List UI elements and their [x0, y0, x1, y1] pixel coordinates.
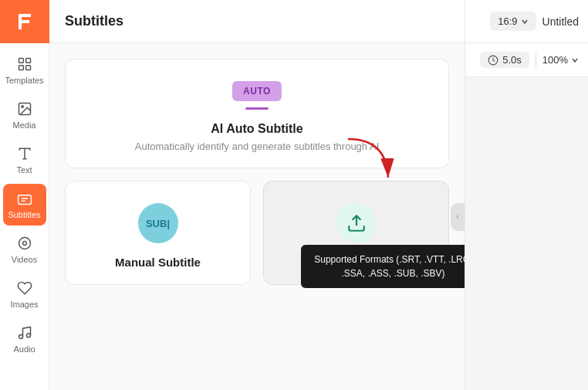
manual-card-title: Manual Subtitle — [81, 256, 235, 269]
chevron-left-icon: ‹ — [456, 212, 458, 221]
svg-point-7 — [19, 238, 30, 249]
aspect-ratio-value: 16:9 — [498, 15, 517, 27]
sidebar-item-audio[interactable]: Audio — [3, 318, 46, 360]
duration-badge: 5.0s — [480, 52, 529, 68]
chevron-down-icon — [521, 18, 529, 25]
ai-card-desc: Automatically identify and generate subt… — [81, 141, 433, 152]
page-title: Subtitles — [65, 13, 123, 29]
video-icon — [16, 235, 33, 252]
image-icon — [16, 100, 33, 117]
svg-rect-6 — [18, 195, 31, 205]
svg-point-10 — [26, 334, 30, 337]
sidebar-item-templates[interactable]: Templates — [3, 49, 46, 91]
zoom-button[interactable]: 100% — [542, 54, 579, 66]
upload-sub-icon — [336, 203, 377, 243]
ai-auto-subtitle-card[interactable]: AUTO AI Auto Subtitle Automatically iden… — [65, 59, 449, 168]
nav-items: Templates Media Text — [0, 43, 49, 366]
right-panel: 16:9 Untitled 5.0s 100% — [465, 0, 588, 390]
media-label: Media — [13, 120, 36, 130]
sidebar-item-videos[interactable]: Videos — [3, 229, 46, 270]
content-panel: AUTO AI Auto Subtitle Automatically iden… — [49, 43, 465, 390]
subtitle-icon — [16, 190, 33, 207]
top-bar: Subtitles — [49, 0, 465, 43]
svg-rect-1 — [25, 59, 30, 63]
manual-sub-icon: SUB| — [138, 203, 178, 243]
tooltip-text: Supported Formats (.SRT, .VTT, .LRC, .SS… — [314, 254, 465, 279]
upload-tooltip: Supported Formats (.SRT, .VTT, .LRC, .SS… — [301, 245, 465, 288]
grid-icon — [16, 56, 33, 73]
app-logo[interactable] — [0, 0, 49, 43]
content-wrapper: AUTO AI Auto Subtitle Automatically iden… — [49, 43, 465, 390]
clock-icon — [488, 55, 498, 66]
duration-value: 5.0s — [502, 54, 522, 66]
audio-label: Audio — [13, 344, 35, 354]
right-secondary-bar: 5.0s 100% — [465, 43, 588, 77]
images-label: Images — [10, 300, 38, 309]
svg-rect-3 — [25, 66, 30, 70]
manual-subtitle-card[interactable]: SUB| Manual Subtitle — [65, 181, 251, 285]
templates-label: Templates — [5, 76, 43, 85]
svg-point-8 — [22, 242, 26, 246]
svg-point-5 — [21, 106, 22, 108]
sidebar-item-subtitles[interactable]: Subtitles — [3, 184, 46, 226]
project-name: Untitled — [542, 15, 579, 28]
sidebar-item-text[interactable]: Text — [3, 139, 46, 181]
divider — [536, 53, 536, 68]
sidebar-item-images[interactable]: Images — [3, 273, 46, 315]
right-top-bar: 16:9 Untitled — [465, 0, 588, 43]
zoom-value: 100% — [542, 54, 568, 66]
svg-rect-2 — [19, 66, 23, 70]
upload-subtitle-card[interactable]: Upload Subtitle File Supported Formats (… — [263, 181, 449, 285]
app-sidebar: Templates Media Text — [0, 0, 49, 390]
music-icon — [16, 324, 33, 341]
auto-badge: AUTO — [232, 81, 282, 101]
videos-label: Videos — [12, 255, 37, 264]
text-label: Text — [16, 165, 32, 175]
text-icon — [16, 145, 33, 162]
ai-card-title: AI Auto Subtitle — [81, 122, 433, 136]
svg-rect-0 — [19, 59, 23, 63]
main-content: Subtitles AUTO AI Auto Subtitle Automati… — [49, 0, 465, 390]
sidebar-item-media[interactable]: Media — [3, 94, 46, 136]
svg-point-9 — [19, 335, 22, 339]
cards-row: SUB| Manual Subtitle — [65, 181, 449, 285]
scroll-handle[interactable]: ‹ — [451, 203, 465, 231]
manual-sub-icon-text: SUB| — [146, 218, 170, 229]
auto-badge-line — [245, 107, 269, 110]
subtitles-label: Subtitles — [8, 210, 40, 219]
photo-icon — [16, 280, 33, 297]
zoom-chevron-icon — [571, 56, 579, 64]
aspect-ratio-button[interactable]: 16:9 — [490, 12, 536, 31]
